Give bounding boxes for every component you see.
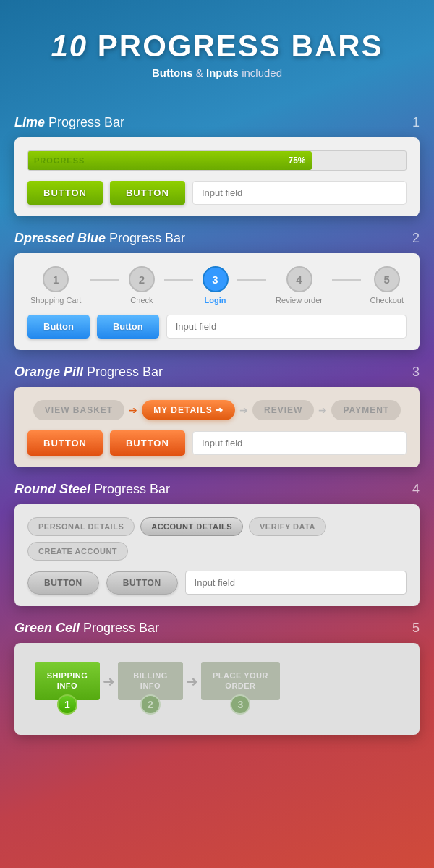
section-label-blue: Dpressed Blue Progress Bar 2	[14, 231, 420, 246]
section-number: 3	[412, 365, 420, 380]
orange-buttons-row: BUTTON BUTTON	[27, 430, 407, 456]
green-step-num-2: 2	[140, 694, 161, 715]
lime-progress-pct: 75%	[288, 156, 305, 166]
section-name-bold: Round Steel	[14, 482, 90, 496]
step-item-4: 4 Review order	[276, 266, 323, 305]
lime-card: PROGRESS 75% BUTTON BUTTON	[14, 137, 420, 216]
section-label-lime: Lime Progress Bar 1	[14, 115, 420, 130]
green-step-2: BILLINGINFO 2	[118, 662, 183, 715]
subtitle: Buttons & Inputs included	[14, 67, 420, 79]
section-label-steel: Round Steel Progress Bar 4	[14, 482, 420, 497]
steel-button-2[interactable]: BUTTON	[106, 571, 178, 595]
section-number: 4	[412, 482, 420, 497]
blue-card: 1 Shopping Cart 2 Check 3 Login 4 Review…	[14, 253, 420, 350]
green-arrow-2: ➜	[186, 673, 198, 703]
section-number: 1	[412, 115, 420, 130]
section-name-rest: Progress Bar	[83, 621, 159, 635]
step-circle-5: 5	[374, 266, 400, 292]
pill-step-1: VIEW BASKET	[33, 400, 124, 420]
subtitle-buttons: Buttons	[152, 67, 193, 79]
section-name-bold: Dpressed Blue	[14, 231, 106, 245]
green-step-num-3: 3	[230, 694, 250, 715]
step-circle-1: 1	[43, 266, 69, 292]
step-item-1: 1 Shopping Cart	[30, 266, 81, 305]
section-name-rest: Progress Bar	[109, 231, 185, 245]
steel-step-4: CREATE ACCOUNT	[27, 542, 128, 561]
orange-card: VIEW BASKET ➔ MY DETAILS ➔ ➔ REVIEW ➔ PA…	[14, 387, 420, 467]
green-step-3: PLACE YOURORDER 3	[201, 662, 280, 715]
pill-arrow-1: ➔	[129, 404, 137, 416]
step-item-2: 2 Check	[129, 266, 155, 305]
green-step-num-1: 1	[57, 694, 77, 715]
section-number: 5	[412, 621, 420, 636]
lime-input[interactable]	[192, 181, 407, 205]
steel-button-1[interactable]: BUTTON	[27, 571, 99, 595]
steel-buttons-row: BUTTON BUTTON	[27, 571, 407, 595]
section-name-bold: Lime	[14, 115, 45, 129]
page-header: 10 PROGRESS BARS Buttons & Inputs includ…	[14, 14, 420, 101]
section-label-orange: Orange Pill Progress Bar 3	[14, 365, 420, 380]
orange-input[interactable]	[192, 431, 407, 455]
section-number: 2	[412, 231, 420, 246]
lime-progress-label: PROGRESS	[34, 156, 85, 165]
steel-step-1: PERSONAL DETAILS	[27, 517, 135, 536]
green-steps-row: SHIPPINGINFO 1 ➜ BILLINGINFO 2 ➜ PLACE Y…	[27, 656, 407, 720]
pill-step-4: PAYMENT	[331, 400, 401, 420]
blue-buttons-row: Button Button	[27, 315, 407, 339]
section-label-green: Green Cell Progress Bar 5	[14, 621, 420, 636]
section-name-rest: Progress Bar	[87, 365, 163, 379]
green-arrow-1: ➜	[103, 673, 115, 703]
subtitle-inputs: Inputs	[206, 67, 239, 79]
pill-step-2: MY DETAILS ➔	[142, 400, 235, 420]
lime-button-1[interactable]: BUTTON	[27, 181, 103, 205]
blue-input[interactable]	[166, 315, 407, 339]
blue-button-1[interactable]: Button	[27, 315, 90, 339]
step-circle-2: 2	[129, 266, 155, 292]
step-connector-4	[332, 279, 361, 281]
section-name-bold: Orange Pill	[14, 365, 83, 379]
step-item-3: 3 Login	[203, 266, 229, 305]
steel-input[interactable]	[185, 571, 407, 595]
title-text: PROGRESS BARS	[98, 29, 383, 63]
step-label-2: Check	[130, 296, 153, 305]
step-label-4: Review order	[276, 296, 323, 305]
step-connector-1	[90, 279, 119, 281]
green-card: SHIPPINGINFO 1 ➜ BILLINGINFO 2 ➜ PLACE Y…	[14, 643, 420, 735]
step-label-3: Login	[205, 296, 226, 305]
section-name-rest: Progress Bar	[94, 482, 170, 496]
lime-progress-track: PROGRESS 75%	[27, 150, 407, 171]
steel-step-2: ACCOUNT DETAILS	[140, 517, 243, 536]
orange-pill-steps: VIEW BASKET ➔ MY DETAILS ➔ ➔ REVIEW ➔ PA…	[27, 400, 407, 420]
pill-arrow-2: ➔	[239, 404, 248, 416]
pill-arrow-3: ➔	[318, 404, 327, 416]
step-label-1: Shopping Cart	[30, 296, 81, 305]
step-connector-3	[237, 279, 266, 281]
blue-steps-row: 1 Shopping Cart 2 Check 3 Login 4 Review…	[27, 266, 407, 305]
pill-step-3: REVIEW	[252, 400, 314, 420]
page-title: 10 PROGRESS BARS	[14, 29, 420, 64]
title-number: 10	[51, 29, 88, 63]
lime-button-2[interactable]: BUTTON	[110, 181, 185, 205]
step-circle-4: 4	[286, 266, 312, 292]
blue-button-2[interactable]: Button	[97, 315, 159, 339]
step-circle-3: 3	[203, 266, 229, 292]
steel-card: PERSONAL DETAILS ACCOUNT DETAILS VERIFY …	[14, 504, 420, 606]
orange-button-1[interactable]: BUTTON	[27, 430, 103, 456]
orange-button-2[interactable]: BUTTON	[110, 430, 185, 456]
lime-buttons-row: BUTTON BUTTON	[27, 181, 407, 205]
step-item-5: 5 Checkout	[370, 266, 404, 305]
section-name-bold: Green Cell	[14, 621, 80, 635]
green-step-1: SHIPPINGINFO 1	[35, 662, 100, 715]
section-name-rest: Progress Bar	[48, 115, 124, 129]
step-connector-2	[164, 279, 193, 281]
step-label-5: Checkout	[370, 296, 404, 305]
steel-step-3: VERIFY DATA	[249, 517, 326, 536]
steel-steps-row: PERSONAL DETAILS ACCOUNT DETAILS VERIFY …	[27, 517, 407, 561]
